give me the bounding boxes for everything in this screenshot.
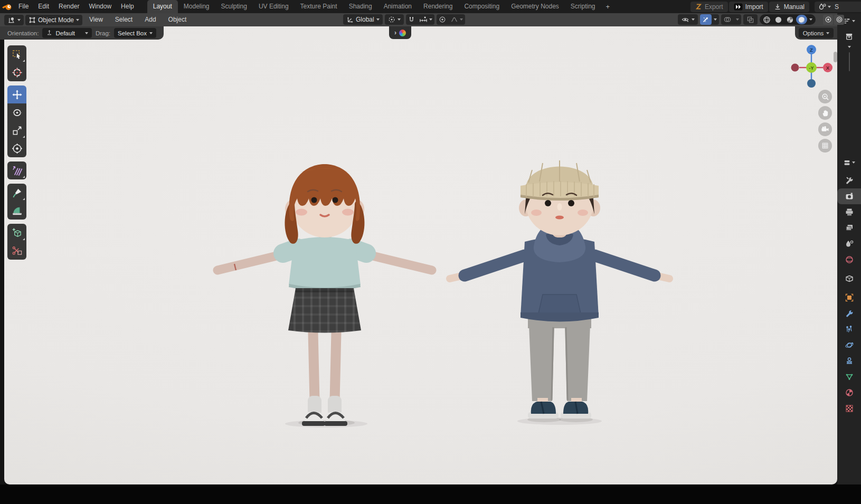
tool-cursor[interactable] (7, 63, 26, 81)
tab-sculpting[interactable]: Sculpting (215, 0, 253, 13)
proportional-falloff-dropdown[interactable] (448, 14, 465, 25)
show-gizmo-toggle[interactable] (700, 14, 712, 25)
properties-editor-type-button[interactable] (837, 159, 861, 166)
tool-add-cube[interactable] (7, 224, 26, 242)
props-tab-particles[interactable] (837, 321, 861, 337)
chevron-down-icon (376, 18, 380, 21)
outliner-collection-button[interactable] (837, 32, 861, 41)
shading-rendered-button[interactable] (796, 15, 807, 24)
drag-mode-dropdown[interactable]: Select Box (114, 28, 156, 38)
zoom-button[interactable] (818, 90, 832, 103)
character-girl[interactable] (206, 158, 443, 429)
tab-rendering[interactable]: Rendering (418, 0, 458, 13)
proportional-edit-toggle[interactable] (437, 14, 448, 25)
viewport-top-pill[interactable]: › (389, 26, 411, 39)
camera-view-button[interactable] (818, 122, 832, 136)
proportional-edit-group (437, 14, 465, 25)
props-tab-output[interactable] (837, 204, 861, 220)
tab-shading[interactable]: Shading (343, 0, 378, 13)
tab-texture-paint[interactable]: Texture Paint (295, 0, 343, 13)
tab-modeling[interactable]: Modeling (178, 0, 215, 13)
tab-uv-editing[interactable]: UV Editing (253, 0, 295, 13)
props-tab-modifiers[interactable] (837, 306, 861, 321)
tool-transform[interactable] (7, 139, 26, 157)
menu-select[interactable]: Select (110, 13, 138, 26)
props-tab-data[interactable] (837, 369, 861, 385)
gizmo-dropdown[interactable] (712, 14, 719, 25)
props-tab-physics[interactable] (837, 337, 861, 353)
viewport-scrollbar[interactable] (834, 52, 837, 62)
props-tab-collection[interactable] (837, 271, 861, 287)
outliner-scrollbar[interactable] (849, 52, 850, 71)
character-boy[interactable] (439, 151, 680, 427)
mode-dropdown[interactable]: Object Mode (25, 15, 82, 25)
tab-layout[interactable]: Layout (147, 0, 178, 13)
menu-object[interactable]: Object (163, 13, 192, 26)
props-tab-tool[interactable] (837, 173, 861, 188)
tool-measure[interactable] (7, 202, 26, 220)
pan-button[interactable] (818, 106, 832, 120)
tool-cut[interactable] (7, 242, 26, 260)
xray-toggle[interactable] (743, 14, 758, 25)
pivot-point-dropdown[interactable] (385, 14, 404, 25)
tool-settings-bar: Orientation: Default Drag: Select Box (0, 26, 164, 40)
shading-material-button[interactable] (784, 15, 796, 24)
blender-logo-icon[interactable] (0, 0, 14, 13)
export-button[interactable]: Export (690, 2, 728, 12)
show-overlays-toggle[interactable] (721, 14, 734, 25)
navigation-gizmo[interactable]: Z X -Y (787, 43, 837, 89)
transform-orientation-dropdown[interactable]: Global (343, 14, 383, 25)
falloff-curve-icon (450, 16, 458, 23)
move-cursor-icon (46, 30, 53, 36)
tab-geometry-nodes[interactable]: Geometry Nodes (505, 0, 565, 13)
outliner-expand-chevron[interactable] (837, 46, 861, 48)
props-tab-world[interactable] (837, 252, 861, 268)
add-workspace-button[interactable]: + (601, 0, 615, 13)
tool-select-box[interactable] (7, 45, 26, 63)
chevron-down-icon (429, 18, 432, 21)
menu-edit[interactable]: Edit (33, 0, 54, 13)
tool-orientation-dropdown[interactable]: Default (42, 28, 91, 38)
shading-solid-button[interactable] (773, 15, 784, 24)
props-tab-scene[interactable] (837, 236, 861, 252)
menu-window[interactable]: Window (84, 0, 116, 13)
editor-type-button[interactable] (4, 15, 24, 25)
tool-scale[interactable] (7, 121, 26, 139)
props-tab-view-layer[interactable] (837, 220, 861, 236)
xray-icon (746, 16, 754, 24)
snap-target-dropdown[interactable] (417, 14, 434, 25)
tool-annotate[interactable] (7, 161, 26, 179)
tool-move[interactable] (7, 85, 26, 103)
menu-add[interactable]: Add (139, 13, 161, 26)
ortho-toggle-button[interactable] (818, 139, 832, 153)
menu-help[interactable]: Help (116, 0, 139, 13)
props-tab-constraints[interactable] (837, 353, 861, 369)
menu-view[interactable]: View (84, 13, 108, 26)
props-tab-texture[interactable] (837, 401, 861, 416)
options-dropdown[interactable]: Options (799, 28, 834, 38)
snap-toggle-button[interactable] (406, 14, 417, 25)
ring-toggle-icon[interactable] (823, 15, 833, 25)
magnifier-plus-icon (821, 93, 829, 101)
import-button[interactable]: Import (729, 2, 768, 12)
menu-file[interactable]: File (14, 0, 33, 13)
props-tab-object[interactable] (837, 290, 861, 306)
axis-negx-ball[interactable] (791, 64, 799, 72)
collection-icon (845, 274, 854, 283)
tool-draw[interactable] (7, 184, 26, 202)
tool-rotate[interactable] (7, 103, 26, 121)
shading-wireframe-button[interactable] (761, 15, 772, 24)
tab-compositing[interactable]: Compositing (458, 0, 505, 13)
object-visibility-dropdown[interactable] (678, 14, 698, 25)
manual-button[interactable]: Manual (769, 2, 809, 12)
menu-render[interactable]: Render (54, 0, 84, 13)
axis-negz-ball[interactable] (807, 79, 816, 88)
props-tab-material[interactable] (837, 385, 861, 401)
tab-scripting[interactable]: Scripting (565, 0, 601, 13)
overlays-dropdown[interactable] (734, 14, 741, 25)
scene-selector[interactable]: S (815, 2, 861, 12)
tab-animation[interactable]: Animation (378, 0, 418, 13)
props-tab-render[interactable] (837, 188, 861, 204)
ring-outline-toggle-icon[interactable] (834, 15, 844, 25)
viewport-editor-icon (7, 16, 15, 24)
